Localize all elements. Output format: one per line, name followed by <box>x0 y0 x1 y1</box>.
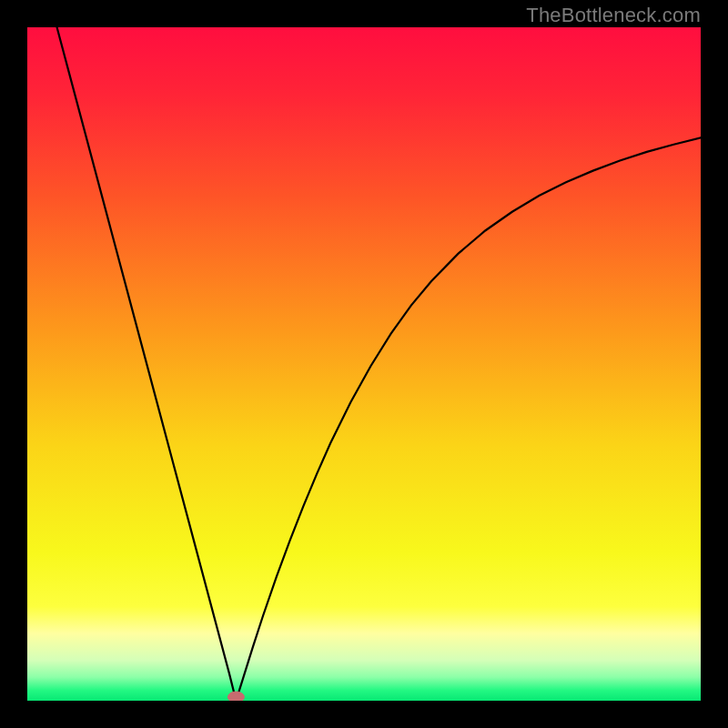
chart-frame: TheBottleneck.com <box>0 0 728 728</box>
plot-area <box>27 27 701 701</box>
bottleneck-curve <box>57 27 701 701</box>
minimum-marker <box>228 692 244 701</box>
curve-layer <box>27 27 701 701</box>
watermark-text: TheBottleneck.com <box>526 4 701 27</box>
